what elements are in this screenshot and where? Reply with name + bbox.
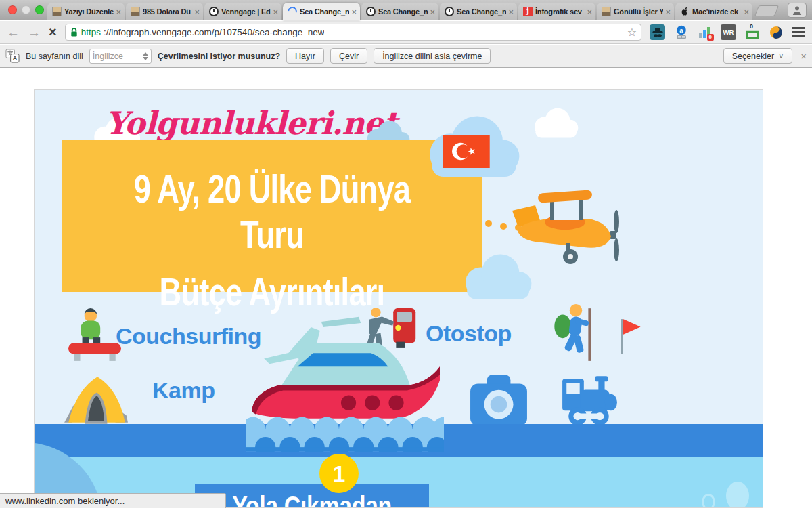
- select-stepper-icon: [143, 52, 148, 60]
- close-icon[interactable]: ×: [430, 7, 435, 16]
- never-translate-button[interactable]: İngilizce dilini asla çevirme: [374, 48, 491, 64]
- secure-lock-icon: [70, 27, 78, 37]
- page-content: Yolgunlukleri.net 9 Ay, 20 Ülke Dünya Tu…: [0, 68, 812, 508]
- resizer-count: 0: [750, 23, 753, 30]
- close-icon[interactable]: ×: [194, 7, 200, 16]
- back-button[interactable]: ←: [7, 26, 20, 39]
- tab-title: 985 Dolara Dü: [143, 7, 192, 16]
- svg-text:a: a: [679, 26, 683, 33]
- close-icon[interactable]: ×: [273, 7, 278, 16]
- turkish-flag-icon: [443, 135, 490, 168]
- close-window-button[interactable]: [8, 5, 17, 14]
- infographic-title-line1: 9 Ay, 20 Ülke Dünya Turu: [108, 166, 436, 257]
- tab-macinizde[interactable]: Mac'inizde ek ×: [675, 3, 752, 20]
- tab-title: Gönüllü İşler Y: [614, 7, 663, 16]
- tent-icon: [63, 371, 129, 426]
- tab-985-dolara[interactable]: 985 Dolara Dü ×: [126, 3, 203, 20]
- language-select[interactable]: İngilizce: [89, 49, 152, 64]
- url-text: ://infograph.venngage.com/p/107540/sea-c…: [104, 27, 325, 37]
- profile-button[interactable]: [788, 3, 807, 18]
- venngage-clock-favicon: [366, 7, 376, 16]
- close-icon[interactable]: ×: [116, 7, 121, 16]
- trail-dot: [500, 223, 507, 230]
- hiker-icon: [552, 303, 601, 365]
- tab-gonullu-isler[interactable]: Gönüllü İşler Y ×: [597, 3, 674, 20]
- tab-title: İnfografik sev: [535, 7, 585, 16]
- bubble-decoration: [726, 482, 749, 508]
- new-tab-button[interactable]: [754, 5, 779, 16]
- cloud-icon: [459, 253, 535, 301]
- tab-title: Venngage | Ed: [221, 7, 271, 16]
- person-icon: [791, 5, 803, 15]
- browser-toolbar: ← → × https://infograph.venngage.com/p/1…: [0, 21, 812, 44]
- tab-yaziyi-duzenle[interactable]: Yazıyı Düzenle ×: [47, 3, 125, 20]
- goal-flag-icon: [616, 318, 642, 354]
- spy-extension-icon[interactable]: [650, 24, 665, 40]
- tab-title: Sea Change_n: [457, 7, 506, 16]
- tab-sea-change-2[interactable]: Sea Change_n ×: [361, 3, 438, 20]
- close-icon[interactable]: ×: [587, 7, 592, 16]
- step-number-badge: 1: [319, 454, 359, 493]
- close-icon[interactable]: ×: [744, 7, 749, 16]
- cloud-icon: [531, 106, 581, 140]
- section-header: Yola Çıkmadan: [195, 484, 429, 508]
- chevron-down-icon: ∨: [778, 51, 784, 60]
- journo-favicon: j: [523, 7, 533, 16]
- bubble-ring-decoration: [702, 494, 715, 508]
- tab-sea-change-3[interactable]: Sea Change_n ×: [440, 3, 517, 20]
- browser-tab-bar: Yazıyı Düzenle × 985 Dolara Dü × Venngag…: [0, 0, 812, 20]
- photo-favicon: [602, 7, 611, 16]
- trail-dot: [485, 220, 492, 227]
- translator-extension-icon[interactable]: a: [673, 24, 689, 40]
- venngage-clock-favicon: [445, 7, 454, 16]
- browser-menu-button[interactable]: [792, 27, 805, 37]
- no-button[interactable]: Hayır: [286, 48, 324, 64]
- bookmark-star-icon[interactable]: ☆: [627, 26, 637, 39]
- whatruns-extension-icon[interactable]: WR: [721, 24, 736, 40]
- camera-icon: [469, 373, 528, 427]
- window-resizer-extension-icon[interactable]: 0: [744, 24, 760, 40]
- section-title: Yola Çıkmadan: [212, 491, 411, 508]
- translate-icon: A: [5, 49, 20, 63]
- vpn-swirl-extension-icon[interactable]: [768, 24, 784, 40]
- venngage-clock-favicon: [209, 7, 219, 16]
- tab-title: Mac'inizde ek: [692, 7, 742, 16]
- loading-spinner-favicon: [286, 5, 298, 18]
- couchsurfing-label: Couchsurfing: [116, 323, 261, 350]
- apple-logo-favicon: [680, 7, 690, 16]
- title-banner: 9 Ay, 20 Ülke Dünya Turu Bütçe Ayrıntıla…: [62, 140, 482, 292]
- language-value: İngilizce: [93, 51, 123, 61]
- close-icon[interactable]: ×: [508, 7, 514, 16]
- train-icon: [560, 375, 618, 427]
- yacht-icon: [246, 314, 444, 452]
- minimize-window-button[interactable]: [22, 5, 30, 14]
- translate-button[interactable]: Çevir: [330, 48, 367, 64]
- tab-venngage[interactable]: Venngage | Ed ×: [204, 3, 281, 20]
- kamp-label: Kamp: [152, 377, 215, 404]
- translate-infobar: A Bu sayfanın dili İngilizce Çevrilmesin…: [0, 45, 812, 68]
- infographic-card: Yolgunlukleri.net 9 Ay, 20 Ülke Dünya Tu…: [34, 89, 763, 508]
- tab-title: Yazıyı Düzenle: [64, 7, 114, 16]
- address-bar[interactable]: https://infograph.venngage.com/p/107540/…: [65, 24, 641, 41]
- close-icon[interactable]: ×: [665, 7, 671, 16]
- fullscreen-window-button[interactable]: [35, 5, 44, 14]
- url-scheme: https: [81, 27, 101, 37]
- status-text: www.linkedin.com bekleniyor...: [5, 496, 125, 506]
- whatruns-label: WR: [723, 28, 734, 36]
- tab-sea-change-active[interactable]: Sea Change_n ×: [283, 3, 360, 20]
- infobar-close-icon[interactable]: ×: [800, 50, 807, 62]
- translate-question: Çevrilmesini istiyor musunuz?: [158, 51, 280, 61]
- page-language-label: Bu sayfanın dili: [26, 51, 83, 61]
- photo-favicon: [131, 7, 140, 16]
- tab-infografik[interactable]: j İnfografik sev ×: [518, 3, 595, 20]
- tab-title: Sea Change_n: [378, 7, 428, 16]
- stop-loading-button[interactable]: ×: [49, 26, 57, 39]
- couchsurfing-icon: [67, 307, 122, 364]
- options-button[interactable]: Seçenekler ∨: [723, 48, 793, 64]
- traffic-rank-extension-icon[interactable]: 0: [697, 24, 713, 40]
- close-icon[interactable]: ×: [351, 7, 357, 16]
- photo-favicon: [52, 7, 62, 16]
- svg-text:A: A: [12, 54, 17, 62]
- forward-button[interactable]: →: [28, 26, 41, 39]
- status-bar: www.linkedin.com bekleniyor...: [0, 493, 226, 508]
